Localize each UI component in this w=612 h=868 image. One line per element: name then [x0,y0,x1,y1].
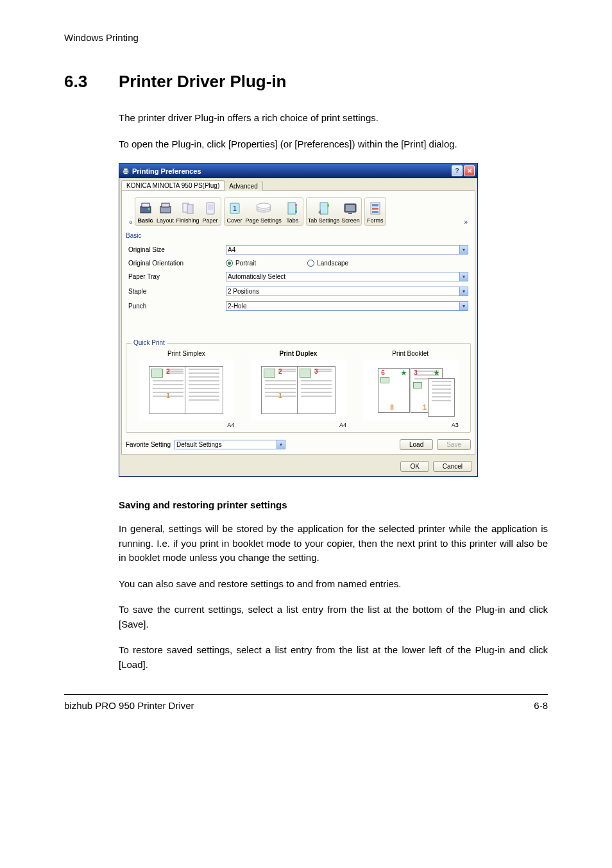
favorite-row: Favorite Setting Default Settings ▾ Load… [126,439,471,450]
svg-rect-9 [187,204,193,213]
toolbar-finishing-label: Finishing [176,217,200,224]
original-size-select[interactable]: A4 ▾ [226,245,468,255]
paragraph-3: In general, settings will be stored by t… [119,522,548,565]
footer-right: 6-8 [534,700,548,711]
printer-icon [122,167,130,175]
toolbar: « Basic Layout Finishing [126,196,471,228]
cancel-button[interactable]: Cancel [433,461,472,472]
toolbar-tab-settings-label: Tab Settings [308,217,340,224]
radio-portrait[interactable]: Portrait [226,260,256,267]
toolbar-basic-label: Basic [138,217,153,224]
toolbar-screen-label: Screen [341,217,360,224]
label-original-size: Original Size [127,243,223,256]
svg-rect-23 [320,203,328,214]
qp-duplex-size: A4 [250,422,346,428]
chevron-down-icon: ▾ [459,287,468,296]
save-button[interactable]: Save [437,439,471,450]
radio-landscape[interactable]: Landscape [307,260,348,267]
punch-select[interactable]: 2-Hole ▾ [226,301,468,311]
tab-settings-icon [316,201,331,216]
toolbar-layout[interactable]: Layout [157,199,174,224]
radio-dot-icon [226,260,233,267]
paragraph-5: To save the current settings, select a l… [119,603,548,631]
chevron-down-icon: ▾ [459,246,468,254]
paper-tray-value: Automatically Select [228,273,285,280]
staple-value: 2 Positions [228,288,259,295]
subheading-saving: Saving and restoring printer settings [119,499,548,510]
section-title-text: Printer Driver Plug-in [119,72,287,91]
finishing-icon [180,201,196,216]
label-paper-tray: Paper Tray [127,270,223,283]
ok-button[interactable]: OK [400,461,429,472]
qp-booklet-label: Print Booklet [362,350,459,358]
svg-rect-4 [142,203,149,207]
quick-print-legend: Quick Print [132,339,167,346]
section-number: 6.3 [64,72,119,92]
toolbar-basic[interactable]: Basic [137,199,155,224]
svg-rect-31 [372,211,378,213]
svg-rect-20 [295,204,297,206]
toolbar-tab-settings[interactable]: Tab Settings [308,199,340,224]
staple-select[interactable]: 2 Positions ▾ [226,287,468,296]
favorite-value: Default Settings [176,441,222,448]
row-paper-tray: Paper Tray Automatically Select ▾ [127,270,470,283]
toolbar-forms-label: Forms [367,217,384,224]
quick-print-booklet[interactable]: Print Booklet 6 ★ 8 [362,350,459,428]
load-button[interactable]: Load [400,439,433,450]
paragraph-4: You can also save and restore settings t… [119,577,548,592]
page-header: Windows Printing [64,32,548,43]
svg-rect-22 [295,210,297,213]
row-staple: Staple 2 Positions ▾ [127,285,470,298]
paper-tray-select[interactable]: Automatically Select ▾ [226,272,468,281]
intro-paragraph-1: The printer driver Plug-in offers a rich… [119,111,548,126]
toolbar-scroll-right[interactable]: » [462,219,470,226]
tabs-icon [285,201,300,216]
cover-icon: 1 [227,201,242,216]
quick-print-duplex[interactable]: Print Duplex 2 1 3 [250,350,346,428]
toolbar-forms[interactable]: Forms [366,199,384,224]
svg-rect-21 [295,207,297,210]
chevron-down-icon: ▾ [459,272,468,281]
titlebar[interactable]: Printing Preferences ? ✕ [119,163,477,178]
qp-duplex-label: Print Duplex [250,350,346,358]
punch-value: 2-Hole [228,303,246,310]
svg-rect-26 [346,205,355,211]
svg-point-18 [257,203,271,208]
toolbar-tabs-label: Tabs [286,217,298,224]
screen-icon [343,201,358,216]
toolbar-cover-label: Cover [227,217,242,224]
close-button[interactable]: ✕ [464,165,475,176]
toolbar-screen[interactable]: Screen [341,199,360,224]
basic-form: Original Size A4 ▾ Original Orientation [126,242,471,314]
toolbar-scroll-left[interactable]: « [127,219,135,226]
favorite-label: Favorite Setting [126,441,171,448]
svg-rect-7 [162,203,169,207]
svg-rect-30 [372,208,378,210]
section-label-basic: Basic [126,232,471,239]
toolbar-page-settings[interactable]: Page Settings [246,199,282,224]
radio-dot-icon [307,260,314,267]
toolbar-tabs[interactable]: Tabs [284,199,302,224]
svg-point-5 [148,208,149,210]
paragraph-6: To restore saved settings, select a list… [119,643,548,672]
chevron-down-icon: ▾ [459,302,468,310]
help-button[interactable]: ? [452,165,463,176]
svg-rect-24 [327,204,329,207]
label-staple: Staple [127,285,223,298]
toolbar-cover[interactable]: 1 Cover [226,199,244,224]
qp-simplex-size: A4 [138,422,234,428]
label-punch: Punch [127,299,223,313]
chevron-down-icon: ▾ [276,440,285,449]
label-orientation: Original Orientation [127,258,223,269]
titlebar-text: Printing Preferences [132,167,201,175]
tab-plugin[interactable]: KONICA MINOLTA 950 PS(Plug) [121,180,225,190]
quick-print-group: Quick Print Print Simplex 2 1 [126,343,471,433]
svg-rect-10 [207,203,214,214]
favorite-select[interactable]: Default Settings ▾ [174,440,285,449]
tab-advanced[interactable]: Advanced [224,181,262,191]
tab-strip: KONICA MINOLTA 950 PS(Plug) Advanced [119,178,477,190]
toolbar-finishing[interactable]: Finishing [176,199,200,224]
quick-print-simplex[interactable]: Print Simplex 2 1 A [138,350,234,428]
toolbar-paper[interactable]: Paper [201,199,219,224]
svg-rect-27 [348,213,352,214]
